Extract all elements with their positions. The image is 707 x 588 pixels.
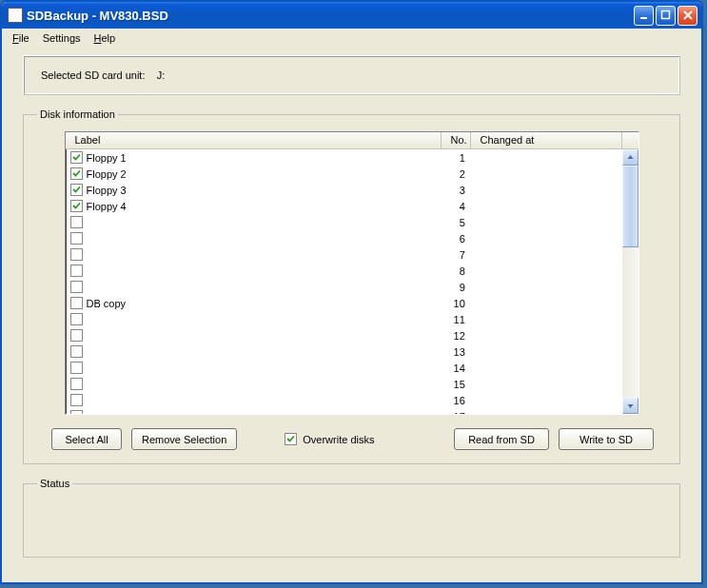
minimize-button[interactable] (634, 6, 654, 26)
row-no: 4 (442, 201, 471, 212)
row-checkbox[interactable] (70, 184, 83, 196)
row-checkbox[interactable] (70, 248, 83, 261)
row-no: 7 (442, 249, 471, 261)
row-checkbox[interactable] (70, 362, 83, 374)
table-row[interactable]: 16 (67, 392, 622, 408)
row-label-cell[interactable] (67, 329, 442, 342)
row-label-cell[interactable] (67, 265, 442, 277)
close-icon (682, 10, 694, 21)
sd-label: Selected SD card unit: (41, 69, 145, 81)
table-row[interactable]: 14 (67, 360, 622, 376)
col-no[interactable]: No. (442, 132, 471, 148)
row-label-cell[interactable] (67, 410, 442, 414)
row-checkbox[interactable] (70, 200, 83, 212)
row-checkbox[interactable] (70, 281, 83, 293)
remove-selection-button[interactable]: Remove Selection (131, 428, 237, 450)
row-checkbox[interactable] (70, 394, 83, 406)
status-legend: Status (37, 478, 72, 489)
row-checkbox[interactable] (70, 265, 83, 277)
col-label[interactable]: Label (66, 132, 442, 148)
table-row[interactable]: Floppy 33 (67, 182, 622, 198)
row-checkbox[interactable] (70, 313, 83, 325)
table-row[interactable]: 7 (67, 246, 622, 263)
row-label-cell[interactable] (67, 362, 442, 374)
row-label-cell[interactable] (67, 232, 442, 245)
row-label-cell[interactable] (67, 378, 442, 390)
row-checkbox[interactable] (70, 345, 83, 358)
row-label: Floppy 3 (87, 185, 127, 196)
row-checkbox[interactable] (70, 410, 83, 414)
menubar: File Settings Help (2, 29, 701, 48)
table-row[interactable]: 6 (67, 230, 622, 246)
menu-help[interactable]: Help (88, 30, 123, 46)
vertical-scrollbar[interactable] (622, 149, 638, 414)
overwrite-checkbox[interactable]: Overwrite disks (285, 433, 374, 445)
row-label: DB copy (87, 298, 127, 309)
maximize-icon (660, 10, 672, 21)
row-label-cell[interactable] (67, 345, 442, 358)
row-label-cell[interactable]: Floppy 4 (67, 200, 442, 212)
table-row[interactable]: Floppy 44 (67, 198, 622, 214)
row-label: Floppy 2 (87, 168, 127, 180)
table-row[interactable]: 12 (67, 327, 622, 343)
row-label-cell[interactable]: Floppy 3 (67, 184, 442, 196)
col-changed[interactable]: Changed at (471, 132, 622, 148)
minimize-icon (638, 10, 650, 21)
menu-file-rest: ile (19, 32, 29, 44)
row-label-cell[interactable]: Floppy 1 (67, 151, 442, 164)
row-no: 5 (442, 217, 471, 228)
row-no: 2 (442, 168, 471, 180)
table-row[interactable]: DB copy10 (67, 295, 622, 311)
row-label-cell[interactable] (67, 281, 442, 293)
write-to-sd-button[interactable]: Write to SD (559, 428, 654, 450)
disk-table: Label No. Changed at Floppy 11Floppy 22F… (65, 131, 639, 415)
close-button[interactable] (678, 6, 697, 26)
table-row[interactable]: Floppy 11 (67, 149, 622, 166)
row-label-cell[interactable] (67, 313, 442, 325)
scroll-thumb[interactable] (622, 166, 638, 247)
row-label-cell[interactable] (67, 216, 442, 228)
row-no: 16 (442, 395, 471, 406)
svg-rect-0 (640, 17, 647, 19)
row-no: 14 (442, 363, 471, 374)
scroll-down-button[interactable] (622, 398, 638, 414)
row-label-cell[interactable]: Floppy 2 (67, 167, 442, 180)
row-checkbox[interactable] (70, 151, 83, 164)
read-from-sd-button[interactable]: Read from SD (454, 428, 549, 450)
overwrite-label: Overwrite disks (303, 434, 374, 445)
table-row[interactable]: 9 (67, 279, 622, 295)
row-no: 15 (442, 379, 471, 390)
disk-table-body: Floppy 11Floppy 22Floppy 33Floppy 445678… (67, 149, 638, 414)
table-row[interactable]: 11 (67, 311, 622, 327)
titlebar[interactable]: SDBackup - MV830.BSD (2, 2, 701, 29)
table-row[interactable]: 15 (67, 376, 622, 392)
row-label-cell[interactable] (67, 248, 442, 261)
row-checkbox[interactable] (70, 216, 83, 228)
maximize-button[interactable] (656, 6, 676, 26)
row-label-cell[interactable]: DB copy (67, 297, 442, 309)
scroll-track[interactable] (622, 166, 638, 398)
window-controls (634, 6, 699, 26)
menu-file[interactable]: File (6, 30, 36, 46)
app-window: SDBackup - MV830.BSD File Settings Help … (0, 0, 703, 584)
row-checkbox[interactable] (70, 167, 83, 180)
table-row[interactable]: 5 (67, 214, 622, 230)
status-fieldset: Status (23, 478, 680, 558)
row-no: 10 (442, 298, 471, 309)
row-label-cell[interactable] (67, 394, 442, 406)
row-checkbox[interactable] (70, 329, 83, 342)
row-no: 3 (442, 185, 471, 196)
row-checkbox[interactable] (70, 378, 83, 390)
row-checkbox[interactable] (70, 297, 83, 309)
row-checkbox[interactable] (70, 232, 83, 245)
table-row[interactable]: 17 (67, 408, 622, 414)
scroll-up-button[interactable] (622, 149, 638, 166)
sd-panel: Selected SD card unit: J: (23, 55, 680, 95)
table-row[interactable]: 13 (67, 343, 622, 360)
select-all-button[interactable]: Select All (51, 428, 122, 450)
table-row[interactable]: Floppy 22 (67, 166, 622, 182)
menu-settings[interactable]: Settings (36, 30, 88, 46)
disk-button-row: Select All Remove Selection Overwrite di… (37, 428, 666, 450)
table-row[interactable]: 8 (67, 263, 622, 279)
disk-info-legend: Disk information (37, 108, 118, 120)
